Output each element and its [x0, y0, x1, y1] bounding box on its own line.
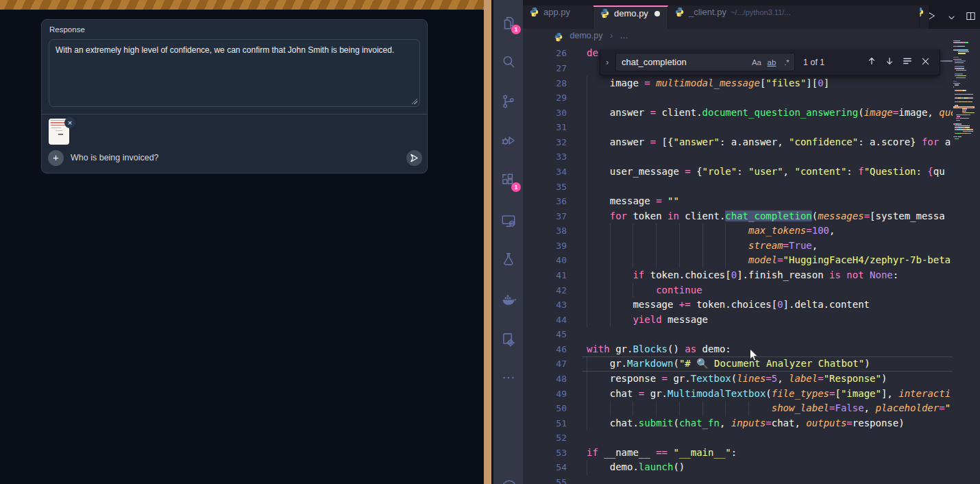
code-line-38[interactable]: 38 max_tokens=100, — [523, 223, 953, 239]
breadcrumb-more[interactable]: … — [620, 31, 629, 40]
line-number[interactable]: 36 — [523, 194, 567, 209]
send-button[interactable] — [406, 150, 422, 166]
code-line-42[interactable]: 42 continue — [523, 283, 953, 298]
match-case-toggle[interactable]: Aa — [749, 58, 764, 66]
activity-testing-icon[interactable] — [500, 250, 517, 268]
code-line-34[interactable]: 34 user_message = {"role": "user", "cont… — [523, 165, 953, 180]
code-line-28[interactable]: 28 image = multimodal_message["files"][0… — [523, 76, 953, 91]
gradio-app-panel: Response With an extremely high level of… — [0, 0, 484, 484]
add-file-button[interactable]: + — [48, 150, 64, 166]
breadcrumb-separator: › — [610, 31, 613, 40]
line-number[interactable]: 39 — [523, 239, 567, 254]
next-match-button[interactable] — [881, 56, 898, 69]
line-number[interactable]: 27 — [523, 61, 567, 76]
line-number[interactable]: 52 — [523, 431, 567, 446]
code-line-39[interactable]: 39 stream=True, — [523, 239, 953, 254]
code-line-55[interactable]: 55 — [523, 475, 953, 484]
code-line-50[interactable]: 50 show_label=False, placeholder=" — [523, 401, 953, 416]
line-number[interactable]: 40 — [523, 253, 567, 268]
line-number[interactable]: 45 — [523, 327, 567, 342]
line-number[interactable]: 42 — [523, 283, 567, 298]
line-number[interactable]: 47 — [523, 356, 567, 372]
line-number[interactable]: 33 — [523, 149, 567, 165]
code-line-41[interactable]: 41 if token.choices[0].finish_reason is … — [523, 268, 953, 283]
activity-more-icon[interactable] — [500, 369, 517, 387]
response-textarea[interactable]: With an extremely high level of confiden… — [49, 39, 420, 107]
find-input[interactable]: chat_completion Aa ab .* — [615, 53, 795, 71]
attachment-close-button[interactable]: × — [64, 117, 75, 128]
find-widget-sash[interactable] — [940, 60, 953, 62]
chat-input[interactable]: + Who is being invoiced? — [42, 150, 428, 167]
line-number[interactable]: 43 — [523, 298, 567, 313]
window-title-stripe — [0, 0, 484, 10]
code-line-49[interactable]: 49 chat = gr.MultimodalTextbox(file_type… — [523, 387, 953, 402]
minimap[interactable] — [953, 40, 974, 465]
activity-remote-explorer-icon[interactable] — [500, 212, 517, 230]
activity-files-icon[interactable]: 1 — [500, 14, 517, 32]
split-editor-button[interactable] — [965, 10, 977, 25]
line-number[interactable]: 28 — [523, 76, 567, 91]
regex-toggle[interactable]: .* — [779, 58, 794, 66]
activity-docker-icon[interactable] — [500, 291, 517, 308]
tab-app-py[interactable]: app.py — [523, 5, 593, 29]
code-line-35[interactable]: 35 — [523, 180, 953, 195]
code-line-30[interactable]: 30 answer = client.document_question_ans… — [523, 106, 953, 121]
line-number[interactable]: 31 — [523, 120, 567, 135]
line-number[interactable]: 35 — [523, 180, 567, 195]
line-number[interactable]: 30 — [523, 106, 567, 121]
line-number[interactable]: 41 — [523, 268, 567, 283]
code-line-40[interactable]: 40 model="HuggingFaceH4/zephyr-7b-beta — [523, 253, 953, 268]
line-number[interactable]: 46 — [523, 342, 567, 357]
whole-word-toggle[interactable]: ab — [764, 58, 779, 66]
code-line-48[interactable]: 48 response = gr.Textbox(lines=5, label=… — [523, 372, 953, 387]
find-in-selection-button[interactable] — [898, 56, 916, 69]
previous-match-button[interactable] — [863, 56, 881, 69]
code-line-54[interactable]: 54 demo.launch() — [523, 460, 953, 475]
tab--client-py[interactable]: _client.py~/.../python3.11/... — [668, 5, 920, 29]
line-number[interactable]: 50 — [523, 401, 567, 416]
run-dropdown-chevron[interactable] — [948, 12, 955, 24]
tab-partial[interactable] — [920, 5, 929, 29]
line-number[interactable]: 44 — [523, 313, 567, 328]
tab-label: app.py — [543, 7, 570, 17]
code-line-52[interactable]: 52 — [523, 431, 953, 446]
activity-account-icon[interactable] — [500, 478, 517, 484]
line-number[interactable]: 37 — [523, 209, 567, 224]
line-number[interactable]: 26 — [523, 46, 567, 61]
line-number[interactable]: 51 — [523, 416, 567, 431]
code-line-47[interactable]: 47 gr.Markdown("# 🔍 Document Analyzer Ch… — [523, 356, 953, 372]
code-line-43[interactable]: 43 message += token.choices[0].delta.con… — [523, 298, 953, 313]
tab-demo-py[interactable]: demo.py — [593, 5, 668, 29]
find-expand-chevron[interactable]: › — [606, 57, 615, 67]
code-line-32[interactable]: 32 answer = [{"answer": a.answer, "confi… — [523, 135, 953, 150]
activity-search-icon[interactable] — [500, 53, 517, 71]
line-number[interactable]: 34 — [523, 165, 567, 180]
line-number[interactable]: 49 — [523, 387, 567, 402]
line-number[interactable]: 32 — [523, 135, 567, 150]
line-number[interactable]: 54 — [523, 460, 567, 475]
activity-source-control-icon[interactable] — [500, 93, 517, 110]
resize-handle[interactable] — [411, 98, 417, 104]
line-number[interactable]: 38 — [523, 223, 567, 239]
code-line-44[interactable]: 44 yield message — [523, 313, 953, 328]
breadcrumb-file[interactable]: demo.py — [569, 31, 602, 40]
code-editor[interactable]: 26de2728 image = multimodal_message["fil… — [523, 46, 953, 484]
activity-badge: 1 — [511, 25, 521, 34]
activity-run-debug-icon[interactable] — [500, 132, 517, 149]
code-line-51[interactable]: 51 chat.submit(chat_fn, inputs=chat, out… — [523, 416, 953, 431]
activity-code-settings-icon[interactable] — [500, 330, 517, 348]
code-line-46[interactable]: 46with gr.Blocks() as demo: — [523, 342, 953, 357]
line-number[interactable]: 48 — [523, 372, 567, 387]
activity-extensions-icon[interactable]: 1 — [500, 171, 517, 189]
code-line-53[interactable]: 53if __name__ == "__main__": — [523, 446, 953, 461]
line-number[interactable]: 29 — [523, 90, 567, 106]
line-number[interactable]: 55 — [523, 475, 567, 484]
code-line-36[interactable]: 36 message = "" — [523, 194, 953, 209]
code-line-33[interactable]: 33 — [523, 149, 953, 165]
line-number[interactable]: 53 — [523, 446, 567, 461]
code-line-29[interactable]: 29 — [523, 90, 953, 106]
code-line-31[interactable]: 31 — [523, 120, 953, 135]
code-line-37[interactable]: 37 for token in client.chat_completion(m… — [523, 209, 953, 224]
close-find-button[interactable] — [916, 56, 934, 69]
code-line-45[interactable]: 45 — [523, 327, 953, 342]
